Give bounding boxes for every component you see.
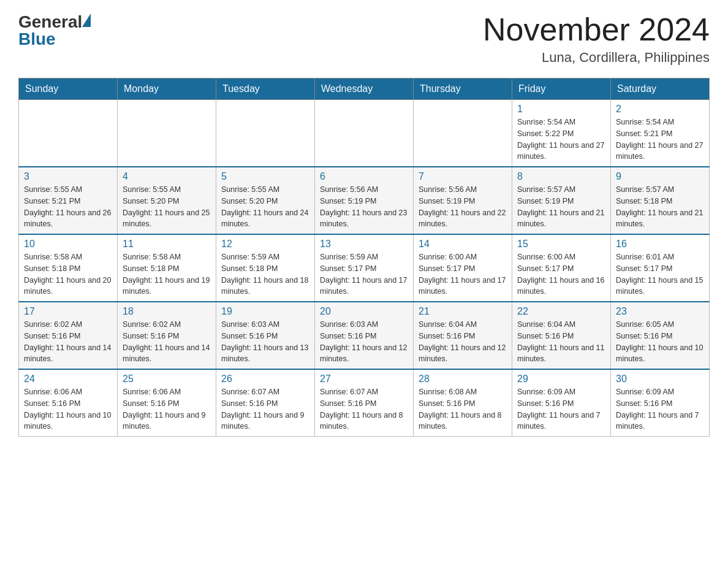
day-number: 16 — [616, 239, 704, 250]
calendar-cell — [414, 100, 512, 167]
calendar-header-thursday: Thursday — [414, 79, 512, 100]
page-header: General Blue November 2024 Luna, Cordill… — [18, 12, 710, 66]
day-info: Sunrise: 5:59 AM Sunset: 5:18 PM Dayligh… — [221, 251, 309, 297]
calendar-cell: 17Sunrise: 6:02 AM Sunset: 5:16 PM Dayli… — [19, 302, 118, 369]
day-info: Sunrise: 6:08 AM Sunset: 5:16 PM Dayligh… — [419, 386, 507, 432]
calendar-cell: 10Sunrise: 5:58 AM Sunset: 5:18 PM Dayli… — [19, 234, 118, 302]
day-number: 6 — [320, 171, 408, 182]
calendar-cell: 22Sunrise: 6:04 AM Sunset: 5:16 PM Dayli… — [512, 302, 611, 369]
calendar-week-row: 24Sunrise: 6:06 AM Sunset: 5:16 PM Dayli… — [19, 369, 710, 437]
day-number: 9 — [616, 171, 704, 182]
day-info: Sunrise: 5:58 AM Sunset: 5:18 PM Dayligh… — [123, 251, 211, 297]
calendar-cell: 30Sunrise: 6:09 AM Sunset: 5:16 PM Dayli… — [611, 369, 710, 437]
day-number: 7 — [419, 171, 507, 182]
calendar-header-sunday: Sunday — [19, 79, 118, 100]
calendar-cell: 9Sunrise: 5:57 AM Sunset: 5:18 PM Daylig… — [611, 167, 710, 234]
day-number: 12 — [221, 239, 309, 250]
calendar-header-wednesday: Wednesday — [315, 79, 414, 100]
day-number: 29 — [517, 373, 605, 385]
day-info: Sunrise: 6:06 AM Sunset: 5:16 PM Dayligh… — [123, 386, 211, 432]
calendar-cell: 12Sunrise: 5:59 AM Sunset: 5:18 PM Dayli… — [216, 234, 315, 302]
calendar-cell: 25Sunrise: 6:06 AM Sunset: 5:16 PM Dayli… — [118, 369, 216, 437]
calendar-cell: 23Sunrise: 6:05 AM Sunset: 5:16 PM Dayli… — [611, 302, 710, 369]
day-number: 14 — [419, 239, 507, 250]
calendar-cell: 28Sunrise: 6:08 AM Sunset: 5:16 PM Dayli… — [414, 369, 512, 437]
title-section: November 2024 Luna, Cordillera, Philippi… — [483, 12, 710, 66]
day-number: 26 — [221, 373, 309, 385]
day-info: Sunrise: 6:00 AM Sunset: 5:17 PM Dayligh… — [419, 251, 507, 297]
day-info: Sunrise: 5:55 AM Sunset: 5:20 PM Dayligh… — [123, 184, 211, 230]
day-info: Sunrise: 6:07 AM Sunset: 5:16 PM Dayligh… — [221, 386, 309, 432]
day-info: Sunrise: 5:58 AM Sunset: 5:18 PM Dayligh… — [24, 251, 112, 297]
day-info: Sunrise: 6:00 AM Sunset: 5:17 PM Dayligh… — [517, 251, 605, 297]
month-title: November 2024 — [483, 12, 710, 47]
day-info: Sunrise: 6:04 AM Sunset: 5:16 PM Dayligh… — [517, 319, 605, 365]
calendar-cell — [118, 100, 216, 167]
day-info: Sunrise: 5:56 AM Sunset: 5:19 PM Dayligh… — [320, 184, 408, 230]
calendar-cell: 1Sunrise: 5:54 AM Sunset: 5:22 PM Daylig… — [512, 100, 611, 167]
day-info: Sunrise: 5:56 AM Sunset: 5:19 PM Dayligh… — [419, 184, 507, 230]
location-title: Luna, Cordillera, Philippines — [483, 50, 710, 66]
calendar-cell: 21Sunrise: 6:04 AM Sunset: 5:16 PM Dayli… — [414, 302, 512, 369]
calendar-week-row: 1Sunrise: 5:54 AM Sunset: 5:22 PM Daylig… — [19, 100, 710, 167]
calendar-cell: 4Sunrise: 5:55 AM Sunset: 5:20 PM Daylig… — [118, 167, 216, 234]
day-info: Sunrise: 5:57 AM Sunset: 5:19 PM Dayligh… — [517, 184, 605, 230]
calendar-cell: 7Sunrise: 5:56 AM Sunset: 5:19 PM Daylig… — [414, 167, 512, 234]
calendar-cell: 6Sunrise: 5:56 AM Sunset: 5:19 PM Daylig… — [315, 167, 414, 234]
calendar-cell: 14Sunrise: 6:00 AM Sunset: 5:17 PM Dayli… — [414, 234, 512, 302]
day-number: 27 — [320, 373, 408, 385]
day-info: Sunrise: 6:02 AM Sunset: 5:16 PM Dayligh… — [24, 319, 112, 365]
day-number: 20 — [320, 306, 408, 317]
calendar-header-tuesday: Tuesday — [216, 79, 315, 100]
day-number: 22 — [517, 306, 605, 317]
calendar-header-saturday: Saturday — [611, 79, 710, 100]
day-info: Sunrise: 6:02 AM Sunset: 5:16 PM Dayligh… — [123, 319, 211, 365]
calendar-cell: 19Sunrise: 6:03 AM Sunset: 5:16 PM Dayli… — [216, 302, 315, 369]
calendar-week-row: 17Sunrise: 6:02 AM Sunset: 5:16 PM Dayli… — [19, 302, 710, 369]
day-number: 1 — [517, 104, 605, 115]
day-info: Sunrise: 5:59 AM Sunset: 5:17 PM Dayligh… — [320, 251, 408, 297]
day-info: Sunrise: 6:03 AM Sunset: 5:16 PM Dayligh… — [221, 319, 309, 365]
calendar-cell — [216, 100, 315, 167]
day-number: 25 — [123, 373, 211, 385]
calendar-week-row: 10Sunrise: 5:58 AM Sunset: 5:18 PM Dayli… — [19, 234, 710, 302]
day-info: Sunrise: 5:55 AM Sunset: 5:20 PM Dayligh… — [221, 184, 309, 230]
calendar-week-row: 3Sunrise: 5:55 AM Sunset: 5:21 PM Daylig… — [19, 167, 710, 234]
calendar-header-friday: Friday — [512, 79, 611, 100]
day-number: 28 — [419, 373, 507, 385]
day-number: 17 — [24, 306, 112, 317]
calendar-cell: 5Sunrise: 5:55 AM Sunset: 5:20 PM Daylig… — [216, 167, 315, 234]
logo-text-blue: Blue — [18, 29, 91, 49]
calendar-cell — [19, 100, 118, 167]
day-info: Sunrise: 6:09 AM Sunset: 5:16 PM Dayligh… — [616, 386, 704, 432]
day-number: 11 — [123, 239, 211, 250]
calendar-cell: 26Sunrise: 6:07 AM Sunset: 5:16 PM Dayli… — [216, 369, 315, 437]
day-number: 15 — [517, 239, 605, 250]
calendar-cell: 11Sunrise: 5:58 AM Sunset: 5:18 PM Dayli… — [118, 234, 216, 302]
day-info: Sunrise: 6:04 AM Sunset: 5:16 PM Dayligh… — [419, 319, 507, 365]
day-number: 19 — [221, 306, 309, 317]
calendar-cell — [315, 100, 414, 167]
day-info: Sunrise: 6:01 AM Sunset: 5:17 PM Dayligh… — [616, 251, 704, 297]
logo: General Blue — [18, 12, 91, 49]
calendar-cell: 13Sunrise: 5:59 AM Sunset: 5:17 PM Dayli… — [315, 234, 414, 302]
calendar-cell: 16Sunrise: 6:01 AM Sunset: 5:17 PM Dayli… — [611, 234, 710, 302]
calendar-header-monday: Monday — [118, 79, 216, 100]
day-info: Sunrise: 6:07 AM Sunset: 5:16 PM Dayligh… — [320, 386, 408, 432]
day-info: Sunrise: 6:03 AM Sunset: 5:16 PM Dayligh… — [320, 319, 408, 365]
day-number: 23 — [616, 306, 704, 317]
day-number: 2 — [616, 104, 704, 115]
calendar-cell: 18Sunrise: 6:02 AM Sunset: 5:16 PM Dayli… — [118, 302, 216, 369]
day-number: 4 — [123, 171, 211, 182]
calendar-cell: 29Sunrise: 6:09 AM Sunset: 5:16 PM Dayli… — [512, 369, 611, 437]
day-number: 30 — [616, 373, 704, 385]
day-number: 3 — [24, 171, 112, 182]
calendar-header-row: SundayMondayTuesdayWednesdayThursdayFrid… — [19, 79, 710, 100]
day-info: Sunrise: 6:05 AM Sunset: 5:16 PM Dayligh… — [616, 319, 704, 365]
day-info: Sunrise: 6:06 AM Sunset: 5:16 PM Dayligh… — [24, 386, 112, 432]
day-number: 8 — [517, 171, 605, 182]
day-info: Sunrise: 5:54 AM Sunset: 5:22 PM Dayligh… — [517, 117, 605, 163]
day-number: 24 — [24, 373, 112, 385]
calendar-cell: 20Sunrise: 6:03 AM Sunset: 5:16 PM Dayli… — [315, 302, 414, 369]
day-info: Sunrise: 5:55 AM Sunset: 5:21 PM Dayligh… — [24, 184, 112, 230]
